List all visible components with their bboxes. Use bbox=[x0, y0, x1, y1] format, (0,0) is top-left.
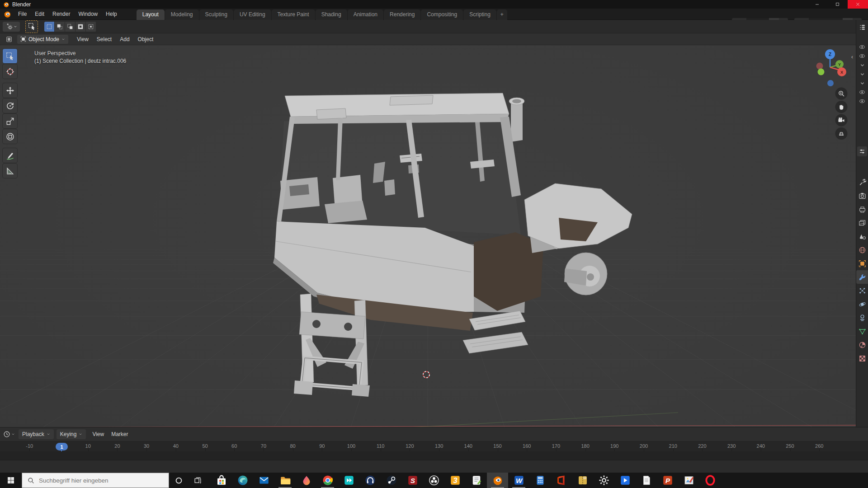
tool-settings-editor-button[interactable] bbox=[3, 22, 20, 32]
taskbar-app-npp[interactable] bbox=[466, 473, 487, 488]
blender-menu-logo-icon[interactable] bbox=[4, 10, 11, 18]
properties-tab-mat[interactable] bbox=[856, 338, 868, 352]
taskbar-app-calc[interactable] bbox=[529, 473, 551, 488]
tab-modeling[interactable]: Modeling bbox=[165, 9, 199, 20]
maximize-button[interactable] bbox=[827, 0, 848, 9]
taskbar-app-notepad[interactable] bbox=[636, 473, 657, 488]
outliner-editor-button[interactable] bbox=[858, 23, 867, 32]
taskbar-app-paint3d[interactable] bbox=[296, 473, 317, 488]
taskbar-app-mail[interactable] bbox=[253, 473, 274, 488]
taskbar-app-blender[interactable] bbox=[487, 473, 508, 488]
properties-tab-part[interactable] bbox=[856, 284, 868, 297]
timeline-menu-playback[interactable]: Playback bbox=[19, 429, 54, 439]
minimize-button[interactable] bbox=[807, 0, 827, 9]
close-button[interactable] bbox=[848, 0, 868, 9]
editor-type-button[interactable] bbox=[3, 35, 15, 44]
outliner-row-collapse[interactable] bbox=[859, 61, 866, 70]
outliner-row-visibility[interactable] bbox=[859, 97, 866, 106]
properties-tab-render[interactable] bbox=[856, 189, 868, 202]
outliner-row-visibility[interactable] bbox=[859, 52, 866, 61]
taskbar-app-three[interactable]: 3 bbox=[444, 473, 466, 488]
tool-transform[interactable] bbox=[3, 129, 17, 144]
properties-tab-tex[interactable] bbox=[856, 352, 868, 365]
cortana-button[interactable] bbox=[169, 473, 188, 488]
tab-texture-paint[interactable]: Texture Paint bbox=[272, 9, 315, 20]
taskbar-app-movies[interactable] bbox=[614, 473, 636, 488]
timeline-menu-keying[interactable]: Keying bbox=[57, 429, 86, 439]
viewport-menu-select[interactable]: Select bbox=[93, 34, 116, 44]
menu-help[interactable]: Help bbox=[102, 9, 121, 19]
properties-tab-vlayer[interactable] bbox=[856, 216, 868, 230]
tab-shading[interactable]: Shading bbox=[316, 9, 347, 20]
timeline-menu-view[interactable]: View bbox=[89, 429, 108, 439]
nav-zoomnav[interactable] bbox=[835, 88, 848, 100]
nav-gridnav[interactable] bbox=[835, 127, 848, 140]
taskbar-app-opera[interactable] bbox=[699, 473, 721, 488]
select-mode-5[interactable] bbox=[86, 22, 96, 32]
current-frame-indicator[interactable]: 1 bbox=[56, 443, 68, 450]
properties-tab-output[interactable] bbox=[856, 202, 868, 216]
timeline-menu-marker[interactable]: Marker bbox=[108, 429, 132, 439]
viewport-menu-view[interactable]: View bbox=[73, 34, 93, 44]
taskbar-app-steam[interactable] bbox=[381, 473, 402, 488]
taskbar-app-ppt[interactable]: P bbox=[657, 473, 678, 488]
menu-window[interactable]: Window bbox=[74, 9, 102, 19]
tab-scripting[interactable]: Scripting bbox=[463, 9, 496, 20]
menu-render[interactable]: Render bbox=[48, 9, 74, 19]
taskbar-app-winrar[interactable] bbox=[572, 473, 593, 488]
menu-file[interactable]: File bbox=[14, 9, 31, 19]
tab-rendering[interactable]: Rendering bbox=[384, 9, 420, 20]
taskbar-app-edge[interactable] bbox=[232, 473, 253, 488]
tool-cursor3d[interactable] bbox=[3, 64, 17, 79]
taskbar-app-headset[interactable] bbox=[359, 473, 381, 488]
properties-tab-mod[interactable] bbox=[856, 270, 868, 284]
taskbar-app-gear[interactable] bbox=[593, 473, 614, 488]
tool-selectbox[interactable] bbox=[3, 49, 17, 63]
tab-animation[interactable]: Animation bbox=[348, 9, 383, 20]
timeline-ruler[interactable]: -101020304050607080901001101201301401501… bbox=[0, 441, 868, 451]
select-mode-2[interactable] bbox=[55, 22, 65, 32]
taskbar-app-filmora[interactable] bbox=[338, 473, 359, 488]
nav-handnav[interactable] bbox=[835, 101, 848, 113]
taskbar-search-box[interactable] bbox=[22, 473, 169, 488]
sidebar-collapse-arrow[interactable]: ‹ bbox=[851, 53, 853, 60]
tool-move[interactable] bbox=[3, 83, 17, 98]
start-button[interactable] bbox=[0, 473, 22, 488]
taskbar-app-reds[interactable]: S bbox=[402, 473, 423, 488]
timeline-editor-button[interactable] bbox=[3, 431, 15, 438]
menu-edit[interactable]: Edit bbox=[31, 9, 48, 19]
mode-dropdown[interactable]: Object Mode bbox=[17, 35, 68, 44]
active-tool-button[interactable] bbox=[25, 20, 38, 33]
taskbar-app-explorer[interactable] bbox=[274, 473, 296, 488]
tool-scale[interactable] bbox=[3, 114, 17, 128]
tab-sculpting[interactable]: Sculpting bbox=[199, 9, 233, 20]
tab-uv-editing[interactable]: UV Editing bbox=[234, 9, 271, 20]
taskbar-app-office[interactable] bbox=[551, 473, 572, 488]
search-input[interactable] bbox=[38, 477, 153, 484]
taskbar-app-paint[interactable] bbox=[678, 473, 699, 488]
taskbar-app-store[interactable] bbox=[211, 473, 232, 488]
properties-tab-world[interactable] bbox=[856, 243, 868, 257]
tool-annotate[interactable] bbox=[3, 148, 17, 163]
tab-layout[interactable]: Layout bbox=[137, 9, 165, 20]
task-view-button[interactable] bbox=[188, 473, 207, 488]
tool-rotate[interactable] bbox=[3, 99, 17, 113]
properties-tab-scene[interactable] bbox=[856, 230, 868, 243]
taskbar-app-obs[interactable] bbox=[423, 473, 444, 488]
nav-camnav[interactable] bbox=[835, 114, 848, 127]
select-mode-1[interactable] bbox=[44, 22, 54, 32]
select-mode-3[interactable] bbox=[65, 22, 75, 32]
3d-viewport[interactable]: User Perspective (1) Scene Collection | … bbox=[0, 45, 856, 427]
navigation-gizmo[interactable]: Z Y X bbox=[799, 47, 851, 151]
properties-tab-data[interactable] bbox=[856, 324, 868, 338]
properties-tab-phys[interactable] bbox=[856, 297, 868, 311]
taskbar-app-word[interactable]: W bbox=[508, 473, 529, 488]
viewport-menu-object[interactable]: Object bbox=[134, 34, 158, 44]
outliner-row-visibility[interactable] bbox=[859, 88, 866, 97]
add-workspace-button[interactable]: + bbox=[497, 9, 507, 20]
outliner-row-collapse[interactable] bbox=[859, 79, 866, 88]
outliner-row-visibility[interactable] bbox=[859, 42, 866, 52]
viewport-menu-add[interactable]: Add bbox=[116, 34, 133, 44]
select-mode-4[interactable] bbox=[75, 22, 85, 32]
properties-tab-tool[interactable] bbox=[856, 175, 868, 189]
